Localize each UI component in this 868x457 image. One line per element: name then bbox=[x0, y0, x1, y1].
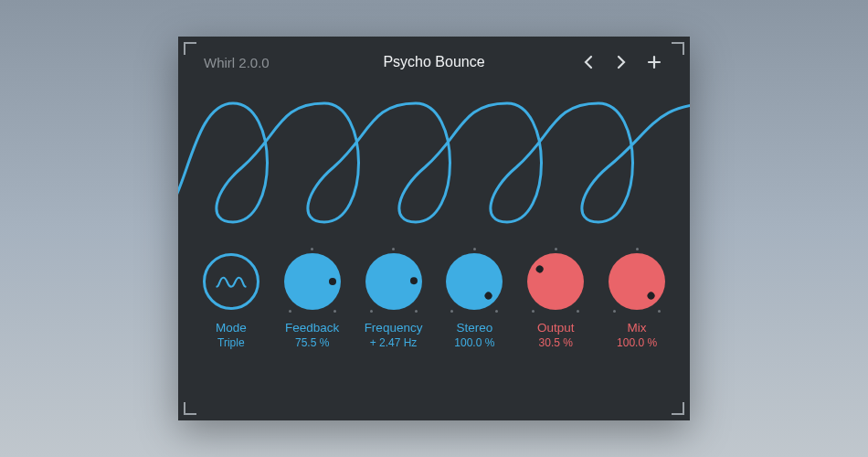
knob-value: Triple bbox=[217, 336, 245, 349]
knob-mix: Mix 100.0 % bbox=[599, 253, 674, 349]
knob-mode: Mode Triple bbox=[194, 253, 269, 349]
chevron-right-icon bbox=[616, 55, 627, 69]
prev-preset-button[interactable] bbox=[578, 52, 598, 72]
knob-value: 75.5 % bbox=[295, 336, 329, 349]
preset-name[interactable]: Psycho Bounce bbox=[383, 54, 484, 70]
knob-value: 100.0 % bbox=[454, 336, 494, 349]
knob-feedback: Feedback 75.5 % bbox=[275, 253, 350, 349]
knob-tick-icon bbox=[577, 310, 579, 313]
output-knob[interactable] bbox=[527, 253, 584, 310]
knob-tick-icon bbox=[289, 310, 291, 313]
knob-label: Output bbox=[537, 321, 575, 335]
mix-knob[interactable] bbox=[609, 253, 665, 310]
knob-row: Mode Triple Feedback 75.5 % Frequency + … bbox=[178, 240, 690, 420]
knob-tick-icon bbox=[415, 310, 418, 313]
knob-tick-icon bbox=[658, 310, 661, 313]
knob-tick-icon bbox=[636, 248, 639, 250]
mode-knob[interactable] bbox=[203, 253, 259, 310]
knob-tick-icon bbox=[333, 310, 336, 313]
knob-indicator-icon bbox=[329, 278, 336, 285]
knob-value: + 2.47 Hz bbox=[370, 336, 418, 349]
knob-indicator-icon bbox=[535, 264, 545, 274]
knob-indicator-icon bbox=[409, 277, 417, 284]
knob-tick-icon bbox=[450, 310, 453, 313]
corner-bracket-icon bbox=[184, 402, 196, 415]
knob-label: Mix bbox=[628, 321, 647, 335]
knob-label: Feedback bbox=[285, 321, 339, 335]
knob-tick-icon bbox=[473, 248, 476, 250]
corner-bracket-icon bbox=[184, 42, 196, 55]
knob-tick-icon bbox=[532, 310, 535, 313]
knob-label: Frequency bbox=[365, 321, 423, 335]
knob-indicator-icon bbox=[483, 291, 493, 301]
knob-tick-icon bbox=[495, 310, 498, 313]
knob-tick-icon bbox=[555, 248, 557, 250]
knob-output: Output 30.5 % bbox=[518, 253, 593, 349]
stereo-knob[interactable] bbox=[446, 253, 503, 310]
knob-tick-icon bbox=[613, 310, 616, 313]
knob-frequency: Frequency + 2.47 Hz bbox=[356, 253, 431, 349]
plugin-title: Whirl 2.0.0 bbox=[204, 55, 270, 70]
chevron-left-icon bbox=[583, 55, 594, 69]
mode-triple-icon bbox=[216, 272, 247, 291]
knob-tick-icon bbox=[311, 248, 313, 250]
knob-value: 30.5 % bbox=[539, 336, 573, 349]
knob-tick-icon bbox=[392, 248, 395, 250]
knob-label: Stereo bbox=[456, 321, 492, 335]
next-preset-button[interactable] bbox=[611, 52, 631, 72]
waveform-visualization bbox=[178, 80, 690, 240]
header-bar: Whirl 2.0.0 Psycho Bounce bbox=[178, 37, 690, 80]
knob-stereo: Stereo 100.0 % bbox=[437, 253, 512, 349]
plus-icon bbox=[647, 55, 662, 69]
knob-indicator-icon bbox=[646, 291, 656, 301]
frequency-knob[interactable] bbox=[365, 253, 422, 310]
knob-tick-icon bbox=[370, 310, 373, 313]
corner-bracket-icon bbox=[672, 402, 684, 415]
preset-nav bbox=[578, 52, 664, 72]
feedback-knob[interactable] bbox=[284, 253, 341, 310]
plugin-window: Whirl 2.0.0 Psycho Bounce Mode bbox=[178, 37, 690, 420]
add-preset-button[interactable] bbox=[644, 52, 664, 72]
knob-label: Mode bbox=[216, 321, 247, 335]
corner-bracket-icon bbox=[672, 42, 684, 55]
knob-value: 100.0 % bbox=[617, 336, 657, 349]
